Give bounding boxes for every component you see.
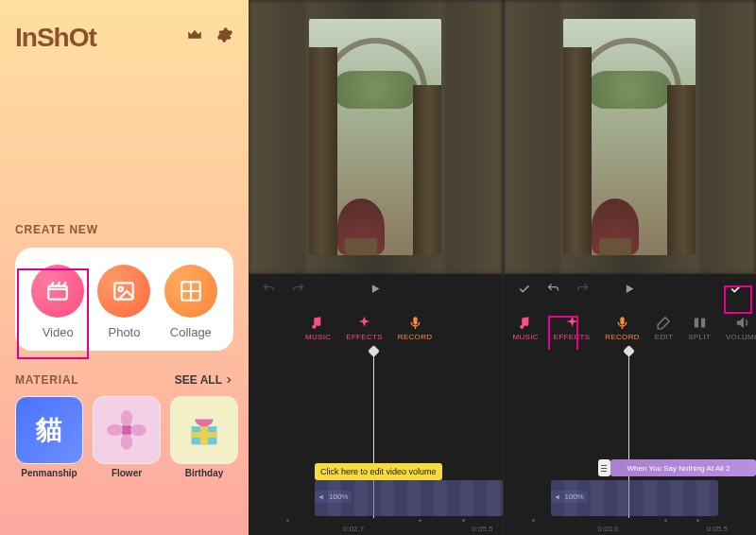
gear-icon[interactable] — [216, 26, 233, 43]
create-photo-button[interactable]: Photo — [97, 265, 150, 339]
svg-rect-14 — [694, 319, 697, 328]
chevron-right-icon — [224, 375, 233, 385]
create-photo-label: Photo — [108, 325, 140, 339]
material-penmanship[interactable]: 貓Penmanship — [15, 396, 83, 478]
check-icon[interactable] — [517, 282, 531, 300]
redo-icon[interactable] — [291, 282, 305, 300]
see-all-button[interactable]: SEE ALL — [175, 373, 233, 387]
tool-effects[interactable]: EFFECTS — [554, 315, 591, 341]
material-label: MATERIAL — [15, 373, 79, 387]
editor-panel-left: MUSIC EFFECTS RECORD Click here to edit … — [249, 0, 503, 535]
time-marker: 0:03.6 — [598, 525, 619, 533]
material-flower[interactable]: Flower — [93, 396, 161, 478]
tool-record[interactable]: RECORD — [605, 315, 639, 341]
svg-rect-11 — [200, 426, 208, 444]
play-icon[interactable] — [369, 282, 383, 300]
edit-volume-hint[interactable]: Click here to edit video volume — [315, 463, 442, 480]
audio-clip[interactable]: When You Say Nothing At All 2 — [610, 459, 757, 476]
svg-rect-13 — [620, 317, 624, 325]
create-video-label: Video — [43, 325, 74, 339]
svg-rect-1 — [115, 283, 134, 299]
grid-icon — [164, 265, 217, 318]
svg-point-5 — [121, 410, 133, 426]
tool-effects[interactable]: EFFECTS — [346, 315, 383, 341]
svg-point-7 — [107, 424, 123, 437]
material-birthday[interactable]: Birthday — [170, 396, 238, 478]
video-clip[interactable] — [551, 480, 719, 516]
timeline[interactable]: Click here to edit video volume 100% 0:0… — [249, 350, 503, 535]
svg-rect-12 — [413, 317, 417, 325]
editor-area: MUSIC EFFECTS RECORD Click here to edit … — [249, 0, 756, 535]
undo-icon[interactable] — [262, 282, 276, 300]
svg-rect-15 — [701, 319, 705, 328]
redo-icon[interactable] — [576, 282, 590, 300]
control-bar — [504, 274, 757, 306]
crown-icon[interactable] — [186, 26, 203, 43]
tool-record[interactable]: RECORD — [398, 315, 432, 341]
tool-edit[interactable]: EDIT — [655, 315, 673, 341]
image-icon — [97, 265, 150, 318]
video-preview[interactable] — [249, 0, 503, 274]
play-icon[interactable] — [623, 282, 637, 300]
time-marker: 0:05.5 — [472, 525, 492, 533]
flower-thumb — [93, 396, 161, 464]
material-row: 貓Penmanship Flower Birthday — [15, 396, 233, 478]
svg-point-2 — [119, 287, 123, 291]
toolbar: MUSIC EFFECTS RECORD EDIT SPLIT VOLUME D… — [504, 306, 757, 350]
video-clip[interactable] — [315, 480, 503, 516]
birthday-thumb — [170, 396, 238, 464]
editor-panel-right: MUSIC EFFECTS RECORD EDIT SPLIT VOLUME D… — [503, 0, 757, 535]
create-new-card: Video Photo Collage — [15, 248, 233, 351]
svg-point-6 — [121, 434, 133, 450]
tool-split[interactable]: SPLIT — [688, 315, 711, 341]
tool-volume[interactable]: VOLUME — [726, 315, 756, 341]
audio-clip-handle[interactable] — [598, 459, 610, 476]
control-bar — [249, 274, 503, 306]
time-marker: 0:02.7 — [343, 525, 364, 533]
clapperboard-icon — [31, 265, 84, 318]
penmanship-thumb: 貓 — [15, 396, 83, 464]
create-collage-button[interactable]: Collage — [164, 265, 217, 339]
svg-rect-0 — [48, 286, 67, 300]
timeline[interactable]: When You Say Nothing At All 2 100% 0:03.… — [504, 350, 757, 535]
create-new-label: CREATE NEW — [15, 223, 233, 236]
time-marker: 0:05.5 — [707, 525, 728, 533]
create-video-button[interactable]: Video — [31, 265, 84, 339]
toolbar: MUSIC EFFECTS RECORD — [249, 306, 503, 350]
video-preview[interactable] — [504, 0, 757, 274]
tool-music[interactable]: MUSIC — [305, 315, 331, 341]
confirm-icon[interactable] — [729, 282, 743, 300]
create-collage-label: Collage — [170, 325, 212, 339]
svg-point-8 — [130, 424, 146, 437]
sidebar: InShOt CREATE NEW Video Photo Collage MA… — [0, 0, 249, 535]
tool-music[interactable]: MUSIC — [513, 315, 539, 341]
undo-icon[interactable] — [546, 282, 560, 300]
